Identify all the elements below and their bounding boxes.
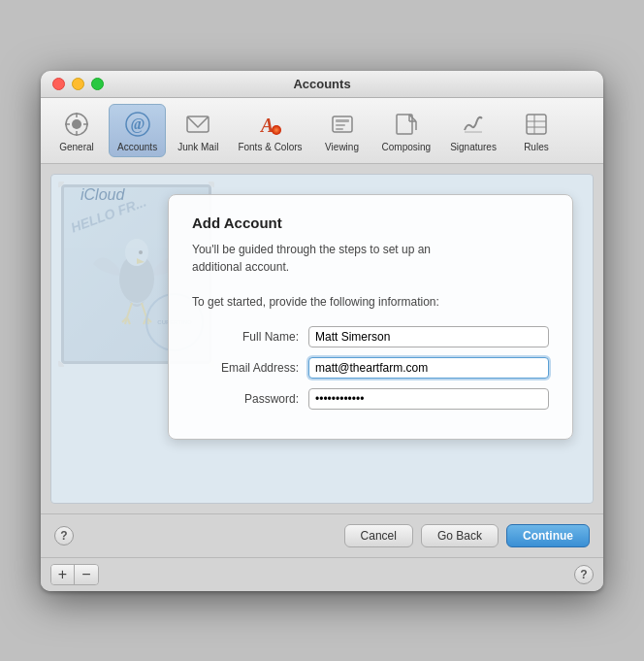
composing-label: Composing [382, 142, 432, 152]
icloud-label: iCloud [80, 186, 124, 204]
general-icon [61, 109, 92, 140]
svg-line-32 [127, 317, 130, 324]
password-row: Password: [192, 388, 549, 410]
toolbar: General @ Accounts Junk Mail [41, 98, 603, 164]
dialog-desc-line2: additional account. [192, 260, 289, 274]
password-input[interactable] [308, 388, 549, 410]
main-window: Accounts General @ [41, 71, 603, 591]
rules-label: Rules [524, 142, 549, 152]
composing-icon [391, 109, 422, 140]
toolbar-rules[interactable]: Rules [508, 105, 564, 156]
accounts-icon: @ [122, 109, 153, 140]
stamp-area: HELLO FR... [50, 174, 594, 504]
accounts-label: Accounts [117, 142, 157, 152]
traffic-lights [52, 78, 104, 90]
viewing-label: Viewing [325, 142, 359, 152]
svg-point-27 [139, 250, 143, 254]
footer-bar: + − ? [41, 557, 603, 591]
svg-point-1 [72, 119, 81, 129]
footer-help-button[interactable]: ? [574, 565, 594, 584]
bottom-action-bar: ? Cancel Go Back Continue [41, 513, 603, 557]
add-remove-group: + − [50, 564, 99, 585]
remove-account-button[interactable]: − [75, 565, 98, 584]
svg-rect-13 [336, 124, 345, 126]
add-account-button[interactable]: + [51, 565, 75, 584]
go-back-button[interactable]: Go Back [421, 524, 499, 547]
svg-text:A: A [259, 115, 274, 136]
maximize-button[interactable] [91, 78, 104, 90]
title-bar: Accounts [41, 71, 603, 98]
full-name-input[interactable] [308, 326, 549, 347]
toolbar-composing[interactable]: Composing [374, 105, 439, 156]
email-row: Email Address: [192, 357, 549, 379]
svg-rect-21 [527, 115, 546, 134]
action-buttons: Cancel Go Back Continue [344, 524, 590, 547]
viewing-icon [327, 109, 358, 140]
cancel-button[interactable]: Cancel [344, 524, 413, 547]
svg-line-28 [127, 303, 132, 317]
add-account-dialog: Add Account You'll be guided through the… [168, 194, 573, 440]
close-button[interactable] [52, 78, 65, 90]
toolbar-fonts-colors[interactable]: A Fonts & Colors [230, 105, 309, 156]
main-content: HELLO FR... [41, 164, 603, 513]
svg-rect-14 [336, 128, 343, 130]
general-label: General [59, 142, 94, 152]
dialog-desc-line1: You'll be guided through the steps to se… [192, 243, 431, 256]
full-name-label: Full Name: [192, 330, 299, 344]
full-name-row: Full Name: [192, 326, 549, 347]
junk-mail-label: Junk Mail [177, 142, 218, 152]
password-label: Password: [192, 392, 299, 406]
help-button[interactable]: ? [54, 526, 74, 545]
email-label: Email Address: [192, 361, 299, 375]
fonts-colors-label: Fonts & Colors [238, 142, 302, 152]
dialog-desc-line3: To get started, provide the following in… [192, 295, 439, 309]
junk-mail-icon [182, 109, 213, 140]
rules-icon [521, 109, 552, 140]
dialog-title: Add Account [192, 215, 549, 231]
email-input[interactable] [308, 357, 549, 379]
signatures-icon [458, 109, 489, 140]
svg-rect-12 [336, 119, 349, 122]
svg-text:@: @ [130, 116, 145, 133]
toolbar-signatures[interactable]: Signatures [442, 105, 504, 156]
toolbar-general[interactable]: General [48, 105, 105, 156]
toolbar-viewing[interactable]: Viewing [314, 105, 370, 156]
continue-button[interactable]: Continue [506, 524, 590, 547]
svg-point-10 [272, 125, 281, 135]
toolbar-accounts[interactable]: @ Accounts [109, 104, 166, 157]
minimize-button[interactable] [72, 78, 84, 90]
fonts-colors-icon: A [254, 109, 285, 140]
signatures-label: Signatures [450, 142, 497, 152]
toolbar-junk-mail[interactable]: Junk Mail [170, 105, 226, 156]
window-title: Accounts [293, 77, 350, 91]
dialog-description: You'll be guided through the steps to se… [192, 241, 549, 311]
